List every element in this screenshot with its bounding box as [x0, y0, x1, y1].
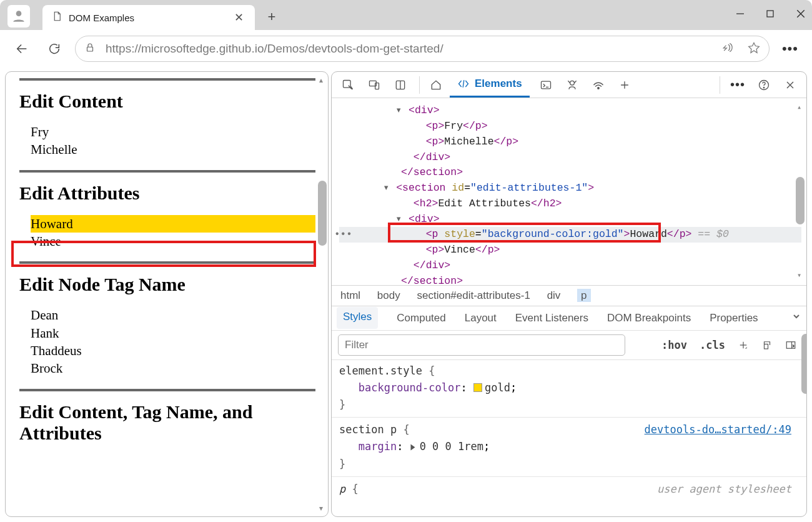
styles-rules[interactable]: element.style { background-color: gold; …	[332, 359, 806, 516]
dom-breadcrumb[interactable]: html body section#edit-attributes-1 div …	[332, 285, 806, 306]
profile-button[interactable]	[7, 5, 30, 28]
svg-rect-14	[541, 81, 550, 89]
page-viewport: Edit Content Fry Michelle Edit Attribute…	[5, 71, 329, 517]
svg-rect-28	[765, 344, 768, 349]
devtools-panel: Elements ••• ▾ <div> <p>Fry</p>	[331, 71, 807, 517]
hov-button[interactable]: :hov	[658, 339, 691, 351]
svg-marker-7	[749, 43, 760, 53]
address-bar[interactable]: https://microsoftedge.github.io/Demos/de…	[75, 36, 770, 62]
tab-title: DOM Examples	[69, 13, 134, 23]
user-agent-label: user agent stylesheet	[657, 481, 791, 498]
panel-layout-icon[interactable]	[389, 74, 412, 96]
styles-tabbar: Styles Computed Layout Event Listeners D…	[332, 306, 806, 330]
help-icon[interactable]	[753, 74, 775, 96]
breadcrumb-item[interactable]: div	[547, 289, 561, 301]
list-item: Hank	[31, 324, 315, 342]
svg-line-18	[574, 81, 576, 83]
divider	[19, 78, 315, 81]
welcome-tab[interactable]	[422, 72, 450, 98]
breadcrumb-item[interactable]: body	[377, 289, 400, 301]
paint-flash-icon[interactable]	[758, 336, 776, 354]
dom-breakpoints-tab[interactable]: DOM Breakpoints	[607, 312, 691, 324]
page-icon	[51, 11, 62, 24]
more-tabs-chevron-icon[interactable]	[791, 311, 801, 324]
list-item: Thaddeus	[31, 342, 315, 359]
elements-tab-label: Elements	[475, 78, 522, 90]
devtools-toolbar: Elements •••	[332, 72, 806, 98]
svg-rect-29	[786, 341, 795, 348]
styles-scrollbar[interactable]: ▴▾	[801, 334, 807, 517]
browser-tab[interactable]: DOM Examples ✕	[42, 5, 255, 30]
window-maximize-icon[interactable]	[766, 9, 775, 21]
devtools-menu-icon[interactable]: •••	[726, 78, 749, 92]
refresh-button[interactable]	[42, 37, 66, 61]
svg-rect-2	[767, 11, 773, 17]
url-text: https://microsoftedge.github.io/Demos/de…	[106, 42, 443, 56]
properties-tab[interactable]: Properties	[710, 312, 758, 324]
new-tab-button[interactable]: +	[260, 5, 284, 29]
page-scrollbar[interactable]: ▴▾	[318, 76, 327, 513]
svg-line-13	[463, 80, 464, 88]
svg-point-19	[597, 87, 599, 89]
event-listeners-tab[interactable]: Event Listeners	[515, 312, 588, 324]
styles-tab[interactable]: Styles	[337, 307, 378, 329]
svg-point-16	[570, 81, 574, 85]
sources-tab-icon[interactable]	[561, 74, 583, 96]
svg-point-0	[16, 11, 22, 16]
window-close-icon[interactable]	[796, 9, 806, 21]
computed-tab[interactable]: Computed	[397, 312, 445, 324]
heading-edit-attributes: Edit Attributes	[19, 183, 315, 204]
svg-rect-6	[87, 47, 93, 51]
window-minimize-icon[interactable]	[736, 9, 745, 21]
breadcrumb-item[interactable]: html	[340, 289, 360, 301]
list-item: Fry	[31, 123, 315, 141]
styles-filter-input[interactable]	[338, 334, 625, 356]
list-item: Michelle	[31, 141, 315, 158]
heading-edit-content-tag-attr: Edit Content, Tag Name, and Attributes	[19, 401, 315, 444]
svg-line-17	[568, 81, 570, 83]
list-item: Dean	[31, 306, 315, 324]
divider	[19, 389, 315, 391]
list-item: Brock	[31, 359, 315, 377]
styles-filter-bar: :hov .cls	[332, 330, 806, 359]
computed-panel-icon[interactable]	[781, 336, 800, 354]
breadcrumb-item[interactable]: p	[577, 289, 590, 302]
expand-shorthand-icon[interactable]	[410, 444, 415, 451]
favorite-icon[interactable]	[748, 41, 760, 56]
dom-selected-node[interactable]: ••• <p style="background-color:gold">How…	[339, 227, 801, 243]
network-tab-icon[interactable]	[587, 74, 610, 96]
tab-close-icon[interactable]: ✕	[232, 11, 246, 24]
new-style-rule-icon[interactable]	[734, 336, 753, 354]
elements-tab[interactable]: Elements	[450, 72, 530, 98]
back-button[interactable]	[10, 37, 34, 61]
source-link[interactable]: devtools-do…started/:49	[645, 421, 791, 438]
inspect-element-icon[interactable]	[337, 74, 359, 96]
list-item-howard: Howard	[31, 215, 315, 233]
dom-scrollbar[interactable]: ▴▾	[796, 102, 805, 281]
layout-tab[interactable]: Layout	[465, 312, 497, 324]
list-item: Vince	[31, 233, 315, 250]
more-tabs-icon[interactable]	[613, 74, 636, 96]
heading-edit-node-tag-name: Edit Node Tag Name	[19, 274, 315, 295]
devtools-close-icon[interactable]	[779, 74, 801, 96]
browser-toolbar: https://microsoftedge.github.io/Demos/de…	[0, 30, 812, 68]
divider	[19, 261, 315, 264]
browser-menu-button[interactable]: •••	[782, 41, 798, 57]
divider	[19, 170, 315, 173]
color-swatch-icon[interactable]	[473, 383, 482, 392]
lock-icon	[84, 42, 96, 56]
read-aloud-icon[interactable]	[721, 41, 734, 56]
dom-tree[interactable]: ▾ <div> <p>Fry</p> <p>Michelle</p> </div…	[332, 98, 806, 285]
console-tab-icon[interactable]	[535, 74, 557, 96]
heading-edit-content: Edit Content	[19, 91, 315, 112]
device-toolbar-icon[interactable]	[363, 74, 385, 96]
breadcrumb-item[interactable]: section#edit-attributes-1	[417, 289, 530, 301]
titlebar: DOM Examples ✕ +	[0, 0, 812, 30]
cls-button[interactable]: .cls	[696, 339, 729, 351]
svg-point-23	[763, 87, 764, 88]
